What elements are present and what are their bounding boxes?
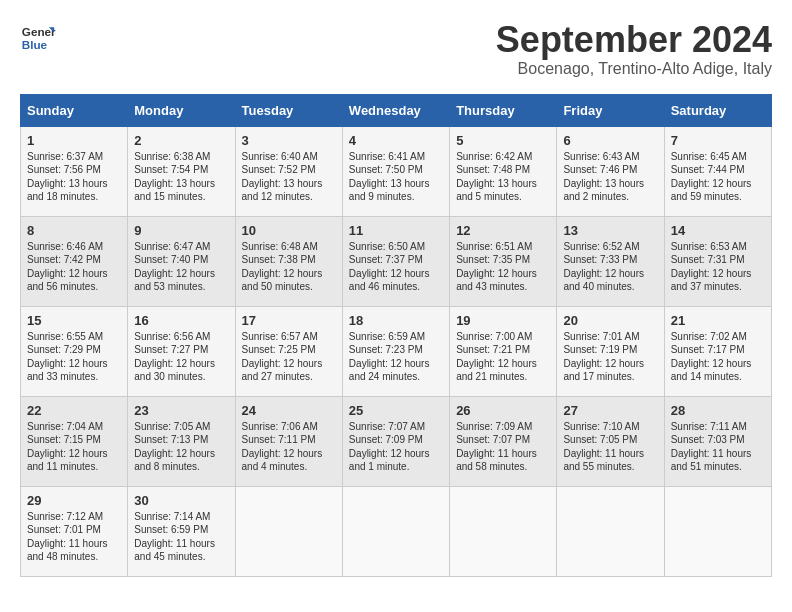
list-item: 21Sunrise: 7:02 AMSunset: 7:17 PMDayligh… xyxy=(664,306,771,396)
day-number: 7 xyxy=(671,133,765,148)
list-item: 6Sunrise: 6:43 AMSunset: 7:46 PMDaylight… xyxy=(557,126,664,216)
day-info: Sunrise: 6:38 AMSunset: 7:54 PMDaylight:… xyxy=(134,151,215,203)
header-sunday: Sunday xyxy=(21,94,128,126)
day-info: Sunrise: 7:01 AMSunset: 7:19 PMDaylight:… xyxy=(563,331,644,383)
list-item: 12Sunrise: 6:51 AMSunset: 7:35 PMDayligh… xyxy=(450,216,557,306)
day-info: Sunrise: 7:02 AMSunset: 7:17 PMDaylight:… xyxy=(671,331,752,383)
day-number: 21 xyxy=(671,313,765,328)
list-item xyxy=(235,486,342,576)
table-row: 22Sunrise: 7:04 AMSunset: 7:15 PMDayligh… xyxy=(21,396,772,486)
day-number: 23 xyxy=(134,403,228,418)
day-info: Sunrise: 7:09 AMSunset: 7:07 PMDaylight:… xyxy=(456,421,537,473)
list-item: 18Sunrise: 6:59 AMSunset: 7:23 PMDayligh… xyxy=(342,306,449,396)
list-item: 20Sunrise: 7:01 AMSunset: 7:19 PMDayligh… xyxy=(557,306,664,396)
day-info: Sunrise: 6:52 AMSunset: 7:33 PMDaylight:… xyxy=(563,241,644,293)
day-info: Sunrise: 7:04 AMSunset: 7:15 PMDaylight:… xyxy=(27,421,108,473)
list-item xyxy=(450,486,557,576)
day-number: 8 xyxy=(27,223,121,238)
list-item: 28Sunrise: 7:11 AMSunset: 7:03 PMDayligh… xyxy=(664,396,771,486)
day-number: 30 xyxy=(134,493,228,508)
day-info: Sunrise: 7:11 AMSunset: 7:03 PMDaylight:… xyxy=(671,421,752,473)
day-info: Sunrise: 6:55 AMSunset: 7:29 PMDaylight:… xyxy=(27,331,108,383)
day-number: 6 xyxy=(563,133,657,148)
day-number: 20 xyxy=(563,313,657,328)
list-item: 17Sunrise: 6:57 AMSunset: 7:25 PMDayligh… xyxy=(235,306,342,396)
day-info: Sunrise: 6:46 AMSunset: 7:42 PMDaylight:… xyxy=(27,241,108,293)
day-number: 9 xyxy=(134,223,228,238)
list-item: 1Sunrise: 6:37 AMSunset: 7:56 PMDaylight… xyxy=(21,126,128,216)
list-item: 29Sunrise: 7:12 AMSunset: 7:01 PMDayligh… xyxy=(21,486,128,576)
day-number: 12 xyxy=(456,223,550,238)
day-number: 5 xyxy=(456,133,550,148)
calendar-table: Sunday Monday Tuesday Wednesday Thursday… xyxy=(20,94,772,577)
table-row: 29Sunrise: 7:12 AMSunset: 7:01 PMDayligh… xyxy=(21,486,772,576)
day-number: 11 xyxy=(349,223,443,238)
list-item: 5Sunrise: 6:42 AMSunset: 7:48 PMDaylight… xyxy=(450,126,557,216)
list-item: 24Sunrise: 7:06 AMSunset: 7:11 PMDayligh… xyxy=(235,396,342,486)
header-row: Sunday Monday Tuesday Wednesday Thursday… xyxy=(21,94,772,126)
header-wednesday: Wednesday xyxy=(342,94,449,126)
day-number: 22 xyxy=(27,403,121,418)
day-info: Sunrise: 7:14 AMSunset: 6:59 PMDaylight:… xyxy=(134,511,215,563)
list-item: 30Sunrise: 7:14 AMSunset: 6:59 PMDayligh… xyxy=(128,486,235,576)
list-item: 14Sunrise: 6:53 AMSunset: 7:31 PMDayligh… xyxy=(664,216,771,306)
list-item: 4Sunrise: 6:41 AMSunset: 7:50 PMDaylight… xyxy=(342,126,449,216)
day-number: 19 xyxy=(456,313,550,328)
day-number: 24 xyxy=(242,403,336,418)
day-info: Sunrise: 6:40 AMSunset: 7:52 PMDaylight:… xyxy=(242,151,323,203)
day-number: 29 xyxy=(27,493,121,508)
day-info: Sunrise: 6:56 AMSunset: 7:27 PMDaylight:… xyxy=(134,331,215,383)
list-item: 22Sunrise: 7:04 AMSunset: 7:15 PMDayligh… xyxy=(21,396,128,486)
list-item: 25Sunrise: 7:07 AMSunset: 7:09 PMDayligh… xyxy=(342,396,449,486)
day-info: Sunrise: 7:06 AMSunset: 7:11 PMDaylight:… xyxy=(242,421,323,473)
svg-text:General: General xyxy=(22,25,56,38)
table-row: 1Sunrise: 6:37 AMSunset: 7:56 PMDaylight… xyxy=(21,126,772,216)
list-item: 2Sunrise: 6:38 AMSunset: 7:54 PMDaylight… xyxy=(128,126,235,216)
day-info: Sunrise: 6:59 AMSunset: 7:23 PMDaylight:… xyxy=(349,331,430,383)
day-info: Sunrise: 7:12 AMSunset: 7:01 PMDaylight:… xyxy=(27,511,108,563)
day-number: 26 xyxy=(456,403,550,418)
header-thursday: Thursday xyxy=(450,94,557,126)
list-item: 8Sunrise: 6:46 AMSunset: 7:42 PMDaylight… xyxy=(21,216,128,306)
day-number: 18 xyxy=(349,313,443,328)
day-info: Sunrise: 6:45 AMSunset: 7:44 PMDaylight:… xyxy=(671,151,752,203)
day-info: Sunrise: 7:07 AMSunset: 7:09 PMDaylight:… xyxy=(349,421,430,473)
logo: General Blue xyxy=(20,20,56,56)
header-friday: Friday xyxy=(557,94,664,126)
day-number: 25 xyxy=(349,403,443,418)
list-item xyxy=(557,486,664,576)
table-row: 8Sunrise: 6:46 AMSunset: 7:42 PMDaylight… xyxy=(21,216,772,306)
day-info: Sunrise: 6:42 AMSunset: 7:48 PMDaylight:… xyxy=(456,151,537,203)
list-item: 10Sunrise: 6:48 AMSunset: 7:38 PMDayligh… xyxy=(235,216,342,306)
list-item: 13Sunrise: 6:52 AMSunset: 7:33 PMDayligh… xyxy=(557,216,664,306)
day-number: 27 xyxy=(563,403,657,418)
day-number: 13 xyxy=(563,223,657,238)
list-item: 23Sunrise: 7:05 AMSunset: 7:13 PMDayligh… xyxy=(128,396,235,486)
list-item: 16Sunrise: 6:56 AMSunset: 7:27 PMDayligh… xyxy=(128,306,235,396)
day-info: Sunrise: 6:48 AMSunset: 7:38 PMDaylight:… xyxy=(242,241,323,293)
list-item xyxy=(664,486,771,576)
day-number: 3 xyxy=(242,133,336,148)
list-item: 11Sunrise: 6:50 AMSunset: 7:37 PMDayligh… xyxy=(342,216,449,306)
title-area: September 2024 Bocenago, Trentino-Alto A… xyxy=(496,20,772,78)
header-tuesday: Tuesday xyxy=(235,94,342,126)
day-info: Sunrise: 6:37 AMSunset: 7:56 PMDaylight:… xyxy=(27,151,108,203)
day-info: Sunrise: 7:10 AMSunset: 7:05 PMDaylight:… xyxy=(563,421,644,473)
page-header: General Blue September 2024 Bocenago, Tr… xyxy=(20,20,772,78)
day-number: 28 xyxy=(671,403,765,418)
list-item: 27Sunrise: 7:10 AMSunset: 7:05 PMDayligh… xyxy=(557,396,664,486)
list-item xyxy=(342,486,449,576)
location-title: Bocenago, Trentino-Alto Adige, Italy xyxy=(496,60,772,78)
day-number: 16 xyxy=(134,313,228,328)
list-item: 9Sunrise: 6:47 AMSunset: 7:40 PMDaylight… xyxy=(128,216,235,306)
day-number: 17 xyxy=(242,313,336,328)
list-item: 19Sunrise: 7:00 AMSunset: 7:21 PMDayligh… xyxy=(450,306,557,396)
table-row: 15Sunrise: 6:55 AMSunset: 7:29 PMDayligh… xyxy=(21,306,772,396)
list-item: 26Sunrise: 7:09 AMSunset: 7:07 PMDayligh… xyxy=(450,396,557,486)
day-number: 4 xyxy=(349,133,443,148)
day-number: 1 xyxy=(27,133,121,148)
list-item: 3Sunrise: 6:40 AMSunset: 7:52 PMDaylight… xyxy=(235,126,342,216)
day-info: Sunrise: 6:47 AMSunset: 7:40 PMDaylight:… xyxy=(134,241,215,293)
list-item: 15Sunrise: 6:55 AMSunset: 7:29 PMDayligh… xyxy=(21,306,128,396)
day-info: Sunrise: 6:41 AMSunset: 7:50 PMDaylight:… xyxy=(349,151,430,203)
